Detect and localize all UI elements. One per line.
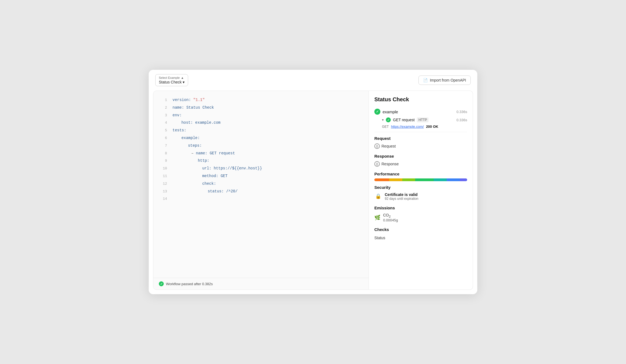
test-name: example (383, 109, 398, 114)
response-section-title: Response (374, 154, 467, 158)
line-number: 13 (159, 189, 167, 195)
line-number: 7 (159, 143, 167, 149)
code-line-11: 11 method: GET (153, 172, 369, 180)
code-content: url: https://${{env.host}} (173, 165, 262, 172)
import-openapi-button[interactable]: 📄 Import from OpenAPI (418, 76, 471, 85)
code-content: version: "1.1" (173, 97, 205, 103)
code-line-5: 5 tests: (153, 127, 369, 134)
code-content: host: example.com (173, 120, 220, 126)
code-content: method: GET (173, 173, 228, 180)
security-text: Certificate is valid 92 days until expir… (385, 192, 418, 201)
emissions-text: CO2 0.00045g (383, 213, 398, 222)
cert-sub: 92 days until expiration (385, 197, 418, 201)
code-content: example: (173, 135, 200, 141)
code-line-7: 7 steps: (153, 142, 369, 150)
step-row: ▾ GET request HTTP 0.336s (374, 116, 467, 123)
status-text: Workflow passed after 0.382s (166, 282, 213, 286)
performance-bar (374, 178, 467, 181)
request-item: {} Request (374, 142, 467, 150)
passed-icon (159, 281, 164, 286)
code-line-14: 14 (153, 195, 369, 203)
line-number: 11 (159, 173, 167, 179)
cert-title: Certificate is valid (385, 192, 418, 197)
select-example-label-text: Select Example (159, 76, 180, 79)
lock-icon: 🔒 (374, 192, 382, 200)
step-duration: 0.336s (456, 118, 467, 122)
select-example-button[interactable]: Select Example ▲ Status Check ▾ (155, 74, 188, 86)
line-number: 14 (159, 196, 167, 202)
code-content: tests: (173, 127, 186, 134)
step-row-left: ▾ GET request HTTP (382, 117, 429, 122)
line-number: 4 (159, 120, 167, 126)
code-content: name: Status Check (173, 105, 214, 111)
line-number: 5 (159, 128, 167, 134)
code-line-3: 3 env: (153, 112, 369, 119)
line-number: 9 (159, 158, 167, 164)
code-line-12: 12 check: (153, 180, 369, 188)
line-number: 2 (159, 105, 167, 111)
line-number: 1 (159, 97, 167, 103)
code-line-1: 1 version: "1.1" (153, 96, 369, 104)
results-title: Status Check (374, 96, 467, 103)
test-example-row: example 0.336s (374, 107, 467, 116)
step-name: GET request (393, 118, 415, 122)
request-section-title: Request (374, 136, 467, 141)
response-item-label: Response (381, 162, 399, 166)
perf-blue (447, 178, 460, 181)
code-line-8: 8 – name: GET request (153, 150, 369, 157)
top-bar: Select Example ▲ Status Check ▾ 📄 Import… (149, 70, 477, 86)
code-content: check: (173, 181, 216, 187)
co2-value: 0.00045g (383, 218, 398, 222)
content-area: 1 version: "1.1" 2 name: Status Check (153, 91, 473, 290)
test-row-left: example (374, 109, 398, 115)
emissions-section-title: Emissions (374, 206, 467, 210)
perf-green (415, 178, 434, 181)
test-duration: 0.336s (456, 110, 467, 114)
perf-indigo (460, 178, 467, 181)
chevron-up-icon: ▲ (181, 76, 184, 79)
line-number: 8 (159, 151, 167, 157)
security-section-title: Security (374, 185, 467, 190)
performance-section-title: Performance (374, 172, 467, 176)
leaf-icon: 🌿 (374, 215, 380, 221)
code-content: steps: (173, 143, 202, 149)
editor-panel: 1 version: "1.1" 2 name: Status Check (153, 91, 369, 290)
code-line-4: 4 host: example.com (153, 119, 369, 127)
get-label: GET (382, 125, 389, 129)
response-item: {} Response (374, 160, 467, 168)
code-content: env: (173, 112, 182, 119)
code-content: status: /^20/ (173, 188, 238, 195)
status-section-title: Status (374, 236, 467, 240)
main-window: Select Example ▲ Status Check ▾ 📄 Import… (149, 70, 477, 294)
checks-section-title: Checks (374, 227, 467, 232)
json-braces-icon: {} (374, 143, 380, 149)
code-content: http: (173, 158, 209, 164)
json-braces-icon-2: {} (374, 161, 380, 167)
file-icon: 📄 (423, 78, 428, 82)
perf-yellow (389, 178, 402, 181)
co2-label: CO2 (383, 213, 398, 218)
select-example-value: Status Check ▾ (159, 80, 185, 84)
chevron-down-icon: ▾ (183, 80, 185, 84)
emissions-row: 🌿 CO2 0.00045g (374, 212, 467, 223)
request-item-label: Request (381, 144, 396, 148)
check-icon (374, 109, 380, 115)
step-check-icon (386, 117, 391, 122)
line-number: 3 (159, 112, 167, 119)
perf-lime (402, 178, 415, 181)
code-line-13: 13 status: /^20/ (153, 188, 369, 195)
step-type-badge: HTTP (417, 117, 429, 122)
line-number: 12 (159, 181, 167, 187)
perf-teal (434, 178, 447, 181)
get-url-row: GET https://example.com/ 200 OK (374, 123, 467, 130)
results-panel: Status Check example 0.336s ▾ GET reques… (369, 91, 473, 290)
line-number: 6 (159, 135, 167, 141)
line-number: 10 (159, 166, 167, 172)
select-example-label: Select Example ▲ (159, 76, 184, 79)
url-link[interactable]: https://example.com/ (391, 125, 424, 129)
status-badge: 200 OK (426, 125, 438, 129)
code-content: – name: GET request (173, 150, 235, 157)
security-row: 🔒 Certificate is valid 92 days until exp… (374, 191, 467, 202)
code-line-10: 10 url: https://${{env.host}} (153, 165, 369, 172)
chevron-down-icon: ▾ (382, 118, 384, 122)
